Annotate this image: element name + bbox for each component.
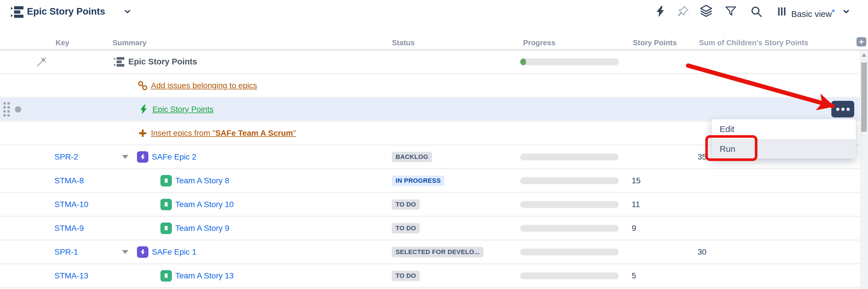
issue-summary-link[interactable]: Team A Story 13 [175,271,234,280]
lightning-icon[interactable] [654,5,666,18]
ellipsis-icon [841,108,844,111]
add-column-button[interactable] [857,37,866,46]
layers-icon[interactable] [700,4,713,18]
issue-summary-link[interactable]: SAFe Epic 1 [152,248,196,257]
grid-header: Key Summary Status Progress Story Points… [0,34,868,51]
epic-icon [137,151,148,163]
story-points-value: 15 [632,176,641,185]
grid-body: Epic Story Points Add issues belonging t… [0,51,868,289]
progress-bar [520,58,619,65]
story-icon [160,199,172,210]
plus-icon [137,127,148,139]
search-icon[interactable] [750,5,763,18]
issue-key-link[interactable]: SPR-1 [55,248,78,257]
scroll-up-icon[interactable] [862,53,866,57]
chevron-down-icon[interactable] [842,8,850,15]
issue-key-link[interactable]: STMA-9 [55,224,84,233]
table-row-generator: Add issues belonging to epics [0,74,860,98]
collapse-toggle-icon[interactable] [122,155,128,159]
status-badge: IN PROGRESS [392,175,444,186]
table-row-issue: STMA-8 Team A Story 8 IN PROGRESS 15 [0,169,860,193]
issue-summary-link[interactable]: Team A Story 8 [175,176,229,185]
table-row-issue: STMA-13 Team A Story 13 TO DO 5 [0,264,860,288]
story-points-value: 5 [632,271,636,280]
table-row-issue: STMA-10 Team A Story 10 TO DO 11 [0,193,860,217]
progress-bar [520,272,619,279]
column-header-summary[interactable]: Summary [113,38,147,47]
table-row-issue: STMA-9 Team A Story 9 TO DO 9 [0,217,860,240]
generator-link[interactable]: Add issues belonging to epics [151,81,257,90]
lightning-icon [138,104,149,115]
story-points-value: 11 [632,200,640,209]
sum-children-value: 30 [698,248,707,257]
issue-key-link[interactable]: STMA-13 [55,271,88,280]
wand-icon [36,51,47,73]
view-switcher[interactable]: Basic view* [791,6,835,20]
vertical-scrollbar[interactable] [860,51,868,289]
structure-board: Epic Story Points [0,0,868,289]
table-row-issue: SPR-1 SAFe Epic 1 SELECTED FOR DEVELO...… [0,240,860,264]
drag-handle-icon[interactable] [3,102,10,117]
row-dot-icon [15,106,21,113]
issue-key-link[interactable]: SPR-2 [55,152,78,162]
status-badge: TO DO [392,199,420,210]
chevron-down-icon[interactable] [123,8,132,15]
ellipsis-icon [836,108,839,111]
story-icon [160,270,172,282]
automation-link[interactable]: Epic Story Points [152,105,213,114]
story-points-value: 9 [632,224,636,233]
issue-key-link[interactable]: STMA-10 [55,200,88,209]
epic-icon [137,246,148,258]
story-icon [160,175,172,187]
table-row-structure-root: Epic Story Points [0,51,860,74]
link-chain-icon [137,80,148,91]
scrollbar-thumb[interactable] [861,62,867,132]
structure-name: Epic Story Points [128,51,197,73]
column-header-progress[interactable]: Progress [523,38,555,47]
view-name: Basic view [791,9,832,19]
issue-summary-link[interactable]: SAFe Epic 2 [152,152,196,162]
status-badge: BACKLOG [392,152,432,162]
progress-bar [520,201,619,208]
story-icon [160,223,172,234]
ellipsis-icon [846,108,850,111]
structure-icon [114,56,125,68]
column-header-sum-children[interactable]: Sum of Children's Story Points [699,38,808,47]
progress-bar [520,249,619,256]
status-badge: TO DO [392,223,420,233]
filter-icon[interactable] [725,5,737,18]
columns-icon[interactable] [777,6,787,17]
column-header-key[interactable]: Key [56,38,69,47]
page-title: Epic Story Points [27,5,105,18]
table-row-generator-selected[interactable]: Epic Story Points [0,98,860,122]
generator-link[interactable]: Insert epics from "SAFe Team A Scrum" [151,129,296,138]
toolbar: Epic Story Points [0,0,868,34]
issue-summary-link[interactable]: Team A Story 10 [175,200,234,209]
progress-bar [520,225,619,232]
structure-logo-icon [10,6,24,18]
status-badge: TO DO [392,271,420,281]
progress-fill [520,58,526,65]
view-modified-marker: * [832,8,835,16]
progress-bar [520,154,619,160]
column-header-story-points[interactable]: Story Points [633,38,677,47]
progress-bar [520,177,619,184]
issue-key-link[interactable]: STMA-8 [55,176,84,185]
collapse-toggle-icon[interactable] [122,250,128,254]
add-column-icon [859,39,864,45]
status-badge: SELECTED FOR DEVELO... [392,247,484,257]
issue-summary-link[interactable]: Team A Story 9 [175,224,229,233]
more-actions-button[interactable] [831,101,854,118]
annotation-rectangle [705,135,757,161]
column-header-status[interactable]: Status [392,38,414,47]
pin-icon[interactable] [677,5,689,18]
